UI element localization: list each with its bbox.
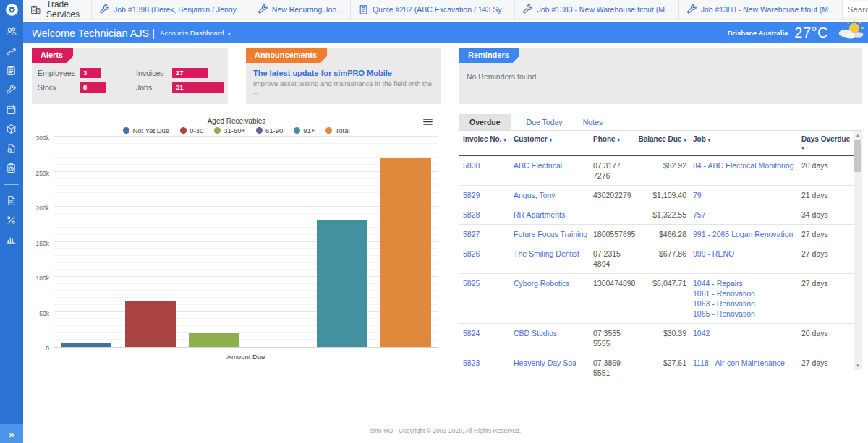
alert-count-badge[interactable]: 3 — [80, 68, 101, 78]
job-link[interactable]: 1118 - Air-con Maintenance — [693, 358, 798, 368]
invoice-link[interactable]: 5824 — [459, 328, 510, 348]
wrench-icon — [522, 4, 533, 15]
job-link[interactable]: 1044 - Repairs — [693, 278, 798, 288]
balance-cell: $466.28 — [634, 229, 689, 239]
invoice-link[interactable]: 5826 — [459, 249, 510, 269]
open-item-tab[interactable]: Job #1398 (Derek, Benjamin / Jenny... — [91, 0, 250, 19]
legend-item[interactable]: 61-90 — [256, 126, 283, 134]
customer-link[interactable]: CBD Studios — [510, 328, 590, 348]
sidebar-jobs-wrench-icon[interactable] — [6, 85, 17, 96]
search-input[interactable] — [848, 5, 868, 14]
balance-cell: $30.39 — [634, 328, 689, 348]
open-item-tab[interactable]: New Recurring Job... — [250, 0, 350, 19]
customer-link[interactable]: RR Apartments — [510, 210, 590, 220]
legend-item[interactable]: 31-60+ — [214, 126, 245, 134]
column-header[interactable]: Phone ▾ — [590, 135, 634, 151]
days-overdue-cell: 27 days — [798, 229, 854, 239]
legend-item[interactable]: 91+ — [294, 126, 315, 134]
job-link[interactable]: 1042 — [693, 328, 798, 338]
table-row: 5825Cyborg Robotics1300474898$6,047.7110… — [459, 274, 854, 324]
table-scrollbar[interactable]: ▲ ▼ — [854, 131, 862, 370]
table-tab-overdue[interactable]: Overdue — [459, 114, 511, 130]
table-row: 5830ABC Electrical07 31777276$62.9284 - … — [459, 156, 854, 186]
sidebar-sales-trend-icon[interactable] — [6, 46, 17, 57]
job-link[interactable]: 1065 - Renovation — [693, 309, 798, 319]
legend-item[interactable]: Total — [326, 126, 349, 134]
job-link[interactable]: 999 - RENO — [693, 249, 798, 259]
days-overdue-cell: 27 days — [798, 278, 854, 319]
chart-bar-2 — [189, 333, 239, 347]
tab-label: Quote #282 (ABC Excavation / 143 Sy... — [373, 5, 508, 14]
column-header[interactable]: Balance Due ▾ — [634, 135, 689, 151]
customer-link[interactable]: Heavenly Day Spa — [510, 358, 590, 378]
customer-link[interactable]: Angus, Tony — [510, 190, 590, 200]
invoice-link[interactable]: 5823 — [459, 358, 510, 378]
column-header[interactable]: Invoice No. ▾ — [459, 135, 510, 151]
job-link[interactable]: 1061 - Renovation — [693, 288, 798, 298]
top-bar: Trade Services Job #1398 (Derek, Benjami… — [23, 0, 868, 20]
customer-link[interactable]: ABC Electrical — [510, 160, 590, 181]
chart-menu-icon[interactable] — [422, 116, 435, 127]
sidebar-reports-chart-icon[interactable] — [6, 234, 17, 246]
column-header[interactable]: Job ▾ — [689, 135, 798, 151]
phone-cell: 430202279 — [590, 190, 634, 200]
column-header[interactable]: Customer ▾ — [510, 135, 590, 151]
alert-count-badge[interactable]: 8 — [80, 82, 106, 93]
scroll-down-arrow-icon[interactable]: ▼ — [854, 361, 862, 370]
job-link[interactable]: 757 — [693, 210, 798, 220]
job-link[interactable]: 84 - ABC Electrical Monitoring — [693, 160, 798, 171]
job-cell: 79 — [689, 190, 798, 200]
copyright-footer: simPRO - Copyright © 2003-2020, All Righ… — [23, 427, 868, 434]
job-link[interactable]: 79 — [693, 190, 798, 200]
legend-dot — [214, 127, 221, 134]
sidebar-people-icon[interactable] — [6, 26, 17, 38]
weather-location: Brisbane Australia — [728, 29, 788, 37]
announcement-link[interactable]: The latest update for simPRO Mobile — [246, 63, 441, 79]
receipt-icon — [358, 4, 369, 15]
sort-caret-icon: ▾ — [684, 137, 686, 143]
sidebar-invoice-document-icon[interactable] — [6, 195, 17, 207]
alert-count-badge[interactable]: 31 — [172, 82, 224, 93]
tab-label: Job #1380 - New Warehouse fitout (M... — [701, 5, 835, 14]
alert-count-badge[interactable]: 17 — [172, 68, 208, 78]
invoice-link[interactable]: 5827 — [459, 229, 510, 239]
legend-dot — [123, 127, 129, 134]
sidebar-purchase-order-icon[interactable] — [6, 143, 17, 155]
invoice-link[interactable]: 5830 — [459, 160, 510, 181]
sidebar-job-card-icon[interactable] — [6, 65, 17, 77]
legend-dot — [256, 127, 263, 134]
job-link[interactable]: 1063 - Renovation — [693, 298, 798, 309]
open-item-tab[interactable]: Job #1380 - New Warehouse fitout (M... — [678, 0, 843, 19]
scroll-up-arrow-icon[interactable]: ▲ — [854, 131, 862, 139]
days-overdue-cell: 27 days — [798, 249, 854, 269]
sidebar-inventory-box-icon[interactable] — [6, 124, 17, 135]
invoice-link[interactable]: 5825 — [459, 278, 510, 319]
open-item-tab[interactable]: Quote #282 (ABC Excavation / 143 Sy... — [350, 0, 515, 19]
y-tick-label: 250k — [36, 170, 49, 177]
sidebar-timesheet-clock-icon[interactable] — [6, 163, 17, 174]
table-tab-notes[interactable]: Notes — [579, 114, 607, 130]
invoice-link[interactable]: 5829 — [459, 190, 510, 200]
customer-link[interactable]: The Smiling Dentist — [510, 249, 590, 269]
dashboard-selector[interactable]: Accounts Dashboard ▼ — [160, 29, 231, 37]
open-item-tab[interactable]: Job #1383 - New Warehouse fitout (M... — [514, 0, 678, 19]
announcement-body: Improve asset testing and maintenance in… — [246, 79, 441, 95]
invoice-link[interactable]: 5828 — [459, 210, 510, 220]
sidebar-margins-percent-icon[interactable] — [6, 215, 17, 226]
reminders-panel: Reminders No Reminders found — [459, 48, 862, 104]
table-row: 5826The Smiling Dentist07 23154894$677.8… — [459, 244, 854, 274]
scrollbar-thumb[interactable] — [854, 140, 861, 172]
customer-link[interactable]: Future Focus Training — [510, 229, 590, 239]
legend-item[interactable]: 0-30 — [180, 126, 203, 134]
customer-link[interactable]: Cyborg Robotics — [510, 278, 590, 319]
legend-item[interactable]: Not Yet Due — [123, 126, 169, 134]
table-tab-due-today[interactable]: Due Today — [522, 114, 567, 130]
expand-sidebar-button[interactable]: » — [0, 424, 23, 443]
legend-label: 91+ — [303, 126, 315, 134]
column-header[interactable]: Days Overdue ▾ — [798, 135, 854, 151]
app-brand[interactable]: Trade Services — [23, 0, 91, 19]
job-link[interactable]: 991 - 2065 Logan Renovation — [693, 229, 798, 239]
simpro-logo-icon[interactable] — [0, 0, 23, 20]
table-header: Invoice No. ▾Customer ▾Phone ▾Balance Du… — [459, 131, 854, 156]
sidebar-schedule-calendar-icon[interactable] — [6, 104, 17, 116]
